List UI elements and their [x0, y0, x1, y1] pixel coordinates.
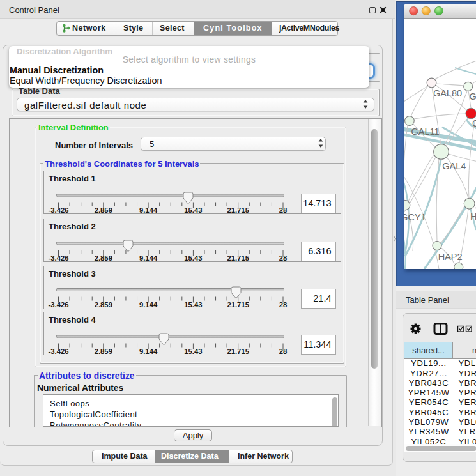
svg-text:GAL4: GAL4	[442, 161, 466, 171]
svg-text:GCY1: GCY1	[404, 212, 426, 222]
svg-text:GA: GA	[470, 91, 476, 102]
svg-text:C: C	[472, 118, 476, 128]
svg-text:H: H	[470, 211, 476, 222]
svg-text:GAL80: GAL80	[433, 88, 462, 98]
svg-text:HAP2: HAP2	[438, 252, 463, 262]
svg-text:GAL11: GAL11	[411, 127, 440, 137]
